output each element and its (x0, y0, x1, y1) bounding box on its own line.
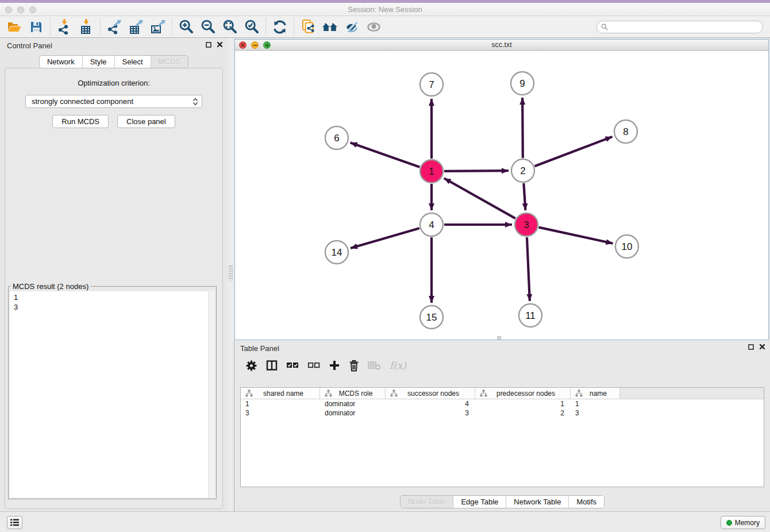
network-graph[interactable]: 1234678910111415 (235, 51, 768, 340)
graph-node-10[interactable]: 10 (615, 235, 638, 258)
search-field[interactable] (596, 21, 763, 33)
table-panel-tab-motifs[interactable]: Motifs (568, 496, 604, 508)
table-panel-tab-edge-table[interactable]: Edge Table (453, 496, 506, 508)
search-input[interactable] (610, 22, 763, 32)
edge-3-10[interactable] (538, 228, 613, 244)
table-cell[interactable]: 3 (386, 408, 475, 418)
column-header-MCDS-role[interactable]: MCDS role (320, 388, 386, 399)
table-cell[interactable]: 2 (475, 408, 571, 418)
columns-button[interactable] (266, 360, 278, 371)
graph-node-4[interactable]: 4 (420, 213, 443, 236)
node-table[interactable]: shared name MCDS role successor nodes pr… (240, 387, 764, 487)
network-close-icon[interactable] (239, 41, 247, 49)
gear-button[interactable] (245, 360, 257, 372)
network-minimize-icon[interactable] (251, 41, 259, 49)
edge-2-8[interactable] (535, 137, 613, 166)
graph-node-14[interactable]: 14 (325, 241, 348, 264)
control-panel-tab-network[interactable]: Network (40, 56, 82, 68)
clone-network-button[interactable] (297, 18, 319, 36)
control-panel-tab-select[interactable]: Select (114, 56, 151, 68)
mcds-result-scrollbar[interactable] (208, 291, 215, 498)
table-panel-tab-node-table[interactable]: Node Table (401, 496, 453, 508)
traffic-lights[interactable] (5, 6, 36, 13)
edge-2-3[interactable] (523, 183, 525, 210)
network-canvas[interactable]: 1234678910111415 (235, 51, 768, 340)
edge-3-1[interactable] (444, 178, 515, 218)
network-overview-icon (322, 20, 338, 34)
table-cell[interactable]: 1 (475, 399, 571, 408)
edge-1-2[interactable] (444, 171, 509, 171)
minimize-window-button[interactable] (17, 6, 24, 13)
network-maximize-icon[interactable] (263, 41, 271, 49)
column-header-shared-name[interactable]: shared name (241, 388, 320, 399)
table-cell[interactable]: 3 (241, 408, 320, 418)
float-table-panel-icon[interactable] (748, 344, 754, 350)
table-cell[interactable]: 4 (386, 399, 475, 408)
control-panel-tab-style[interactable]: Style (82, 56, 114, 68)
graph-node-3[interactable]: 3 (515, 213, 538, 236)
column-header-successor-nodes[interactable]: successor nodes (386, 388, 475, 399)
graph-node-6[interactable]: 6 (325, 126, 348, 149)
table-cell[interactable]: 1 (241, 399, 320, 408)
graph-node-15[interactable]: 15 (420, 306, 443, 329)
mcds-result-line: 3 (14, 302, 215, 312)
import-table-button[interactable] (75, 18, 97, 36)
panel-splitter[interactable] (228, 38, 234, 511)
criterion-value: strongly connected component (32, 97, 133, 106)
clone-network-icon (301, 19, 315, 34)
graph-node-8[interactable]: 8 (614, 120, 637, 143)
control-panel-tab-mcds[interactable]: MCDS (151, 56, 188, 68)
table-cell[interactable]: dominator (320, 408, 386, 418)
export-table-button[interactable] (125, 18, 147, 36)
table-panel-tab-network-table[interactable]: Network Table (506, 496, 568, 508)
select-all-button[interactable] (286, 361, 299, 370)
edge-3-11[interactable] (527, 237, 530, 301)
graph-node-2[interactable]: 2 (511, 159, 534, 182)
close-window-button[interactable] (5, 6, 12, 13)
graph-node-11[interactable]: 11 (519, 304, 542, 327)
toggle-graphics-details-button[interactable] (341, 18, 363, 36)
delete-column-button[interactable] (349, 360, 359, 372)
splitter-grip[interactable] (229, 265, 233, 280)
canvas-resize-grip[interactable] (497, 336, 501, 340)
table-cell[interactable]: 1 (571, 399, 620, 408)
float-panel-icon[interactable] (206, 42, 211, 48)
add-column-button[interactable] (329, 360, 340, 371)
run-mcds-button[interactable]: Run MCDS (52, 115, 109, 128)
edge-1-6[interactable] (351, 142, 420, 167)
zoom-out-button[interactable] (197, 18, 219, 36)
export-network-button[interactable] (103, 18, 125, 36)
zoom-in-button[interactable] (175, 18, 197, 36)
zoom-selected-button[interactable] (241, 18, 263, 36)
save-session-button[interactable] (25, 18, 47, 36)
graph-node-7[interactable]: 7 (420, 73, 443, 96)
show-task-history-button[interactable] (7, 516, 22, 529)
criterion-dropdown[interactable]: strongly connected component (25, 95, 202, 108)
maximize-window-button[interactable] (29, 6, 36, 13)
table-row[interactable]: 3dominator323 (241, 408, 764, 418)
deselect-all-button[interactable] (307, 361, 320, 370)
graph-node-9[interactable]: 9 (511, 72, 534, 95)
column-header-name[interactable]: name (571, 388, 620, 399)
zoom-fit-button[interactable] (219, 18, 241, 36)
close-panel-button[interactable]: Close panel (117, 115, 175, 128)
refresh-button[interactable] (269, 18, 291, 36)
edge-2-9[interactable] (522, 98, 523, 158)
edge-4-14[interactable] (351, 228, 419, 248)
close-table-panel-icon[interactable] (759, 344, 765, 350)
memory-button[interactable]: Memory (721, 516, 765, 529)
column-header-predecessor-nodes[interactable]: predecessor nodes (475, 388, 571, 399)
export-image-button[interactable] (147, 18, 169, 36)
import-network-button[interactable] (53, 18, 75, 36)
table-row[interactable]: 1dominator411 (241, 399, 764, 408)
network-window-titlebar[interactable]: scc.txt (235, 40, 768, 51)
chevron-up-down-icon (192, 97, 198, 106)
table-cell[interactable]: dominator (320, 399, 386, 408)
eye-button[interactable] (363, 18, 384, 36)
network-overview-button[interactable] (319, 18, 341, 36)
open-session-button[interactable] (3, 18, 25, 36)
table-cell[interactable]: 3 (571, 408, 620, 418)
mcds-result-box[interactable]: 13 (10, 291, 215, 498)
graph-node-1[interactable]: 1 (420, 160, 443, 183)
close-panel-icon[interactable] (217, 41, 223, 48)
